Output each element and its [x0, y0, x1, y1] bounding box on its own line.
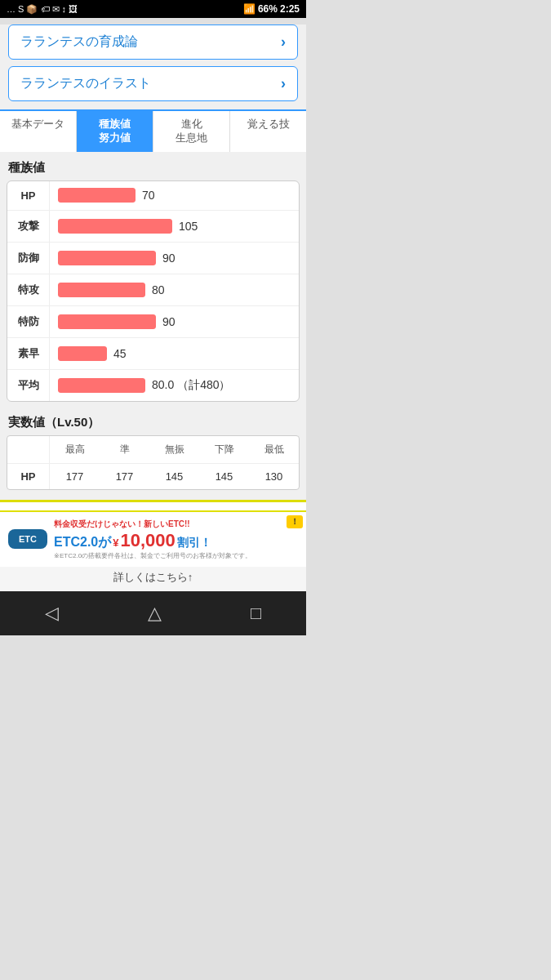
stat-bar-area-speed: 45 [50, 340, 299, 368]
stat-label-speed: 素早 [7, 338, 50, 369]
status-icons: … S 📦 🏷 ✉ ↕ 🖼 [7, 4, 78, 15]
arrow-icon: › [281, 33, 286, 51]
link-illust[interactable]: ラランテスのイラスト › [8, 66, 298, 101]
rv-header-no-effort: 無振 [149, 436, 199, 463]
stat-label-spatk: 特攻 [7, 274, 50, 305]
ad-sub-text: ※ETC2.0の搭載要件各社は、製金でご利用号のお客様が対象です。 [54, 551, 298, 560]
stat-value-defense: 90 [162, 252, 176, 265]
stat-bar-fill-attack [58, 219, 172, 234]
rv-hp-no-effort: 145 [149, 464, 199, 489]
nav-home-button[interactable]: △ [131, 599, 178, 627]
ad-main-line: ETC2.0が ¥ 10,000 割引！ [54, 530, 298, 551]
tab-moves[interactable]: 覚える技 [230, 111, 306, 152]
ad-banner[interactable]: ETC 料金収受だけじゃない！新しいETC!! ETC2.0が ¥ 10,000… [0, 510, 306, 567]
rv-header-empty [7, 436, 50, 463]
nav-recents-button[interactable]: □ [234, 599, 278, 627]
tab-bar: 基本データ 種族値努力値 進化生息地 覚える技 [0, 109, 306, 152]
stat-value-avg: 80.0 （計480） [152, 378, 231, 393]
ad-container[interactable]: ETC 料金収受だけじゃない！新しいETC!! ETC2.0が ¥ 10,000… [0, 500, 306, 591]
stat-bar-fill-defense [58, 251, 156, 265]
stat-bar-area-hp: 70 [50, 181, 299, 209]
stat-bar-area-spdef: 90 [50, 308, 299, 336]
stat-row-spdef: 特防 90 [7, 306, 299, 338]
stat-bar-bg-hp [58, 188, 136, 203]
real-values-table: 最高 準 無振 下降 最低 HP 177 177 145 145 130 [7, 435, 300, 490]
rv-header-row: 最高 準 無振 下降 最低 [7, 436, 299, 464]
stat-bar-bg-avg [58, 378, 145, 393]
link-training-label: ラランテスの育成論 [20, 33, 138, 51]
stat-bar-area-spatk: 80 [50, 276, 299, 304]
real-values-title: 実数値（Lv.50） [0, 410, 306, 435]
stat-value-speed: 45 [113, 347, 127, 360]
link-training[interactable]: ラランテスの育成論 › [8, 24, 298, 60]
stat-bar-area-defense: 90 [50, 244, 299, 272]
link-illust-label: ラランテスのイラスト [20, 75, 151, 92]
stat-bar-bg-spdef [58, 314, 156, 329]
ad-logo-text: ETC [19, 534, 37, 544]
stat-bar-bg-spatk [58, 283, 145, 297]
ad-discount-unit: 割引！ [177, 536, 211, 550]
stat-bar-bg-defense [58, 251, 156, 265]
rv-header-semi: 準 [100, 436, 149, 463]
stat-bar-fill-speed [58, 346, 107, 361]
rv-header-worst: 最低 [249, 436, 299, 463]
stat-bar-fill-spdef [58, 314, 156, 329]
stat-label-avg: 平均 [7, 370, 50, 401]
rv-label-hp: HP [7, 464, 50, 489]
battery-level: 66% [258, 3, 278, 15]
bottom-nav: ◁ △ □ [0, 591, 306, 635]
rv-hp-down: 145 [199, 464, 249, 489]
stat-value-attack: 105 [179, 220, 198, 233]
stat-bar-fill-avg [58, 378, 145, 393]
stats-table: HP 70 攻撃 105 防御 90 [7, 180, 300, 402]
stat-label-hp: HP [7, 181, 50, 210]
rv-hp-best: 177 [50, 464, 100, 489]
stats-section-title: 種族値 [0, 152, 306, 180]
nav-back-button[interactable]: ◁ [29, 599, 75, 627]
ad-yen: ¥ [113, 537, 118, 549]
ad-link-text[interactable]: 詳しくはこちら↑ [0, 567, 306, 591]
stat-bar-fill-hp [58, 188, 136, 203]
rv-hp-semi: 177 [100, 464, 149, 489]
stat-label-attack: 攻撃 [7, 211, 50, 242]
stat-bar-area-avg: 80.0 （計480） [50, 372, 299, 399]
real-values-section: 実数値（Lv.50） 最高 準 無振 下降 最低 HP 177 177 145 … [0, 410, 306, 490]
ad-top-text: 料金収受だけじゃない！新しいETC!! [54, 519, 298, 530]
status-right: 📶 66% 2:25 [243, 3, 300, 15]
rv-header-down: 下降 [199, 436, 249, 463]
rv-header-best: 最高 [50, 436, 100, 463]
tab-stats[interactable]: 種族値努力値 [77, 111, 153, 152]
stat-label-defense: 防御 [7, 243, 50, 274]
clock: 2:25 [280, 3, 300, 15]
ad-etc-logo: ETC [8, 529, 47, 549]
signal-icon: 📶 [243, 3, 256, 15]
status-left: … S 📦 🏷 ✉ ↕ 🖼 [7, 4, 78, 15]
stat-row-defense: 防御 90 [7, 243, 299, 274]
ad-main-text: ETC2.0が [54, 534, 111, 551]
stat-row-hp: HP 70 [7, 181, 299, 211]
stat-bar-fill-spatk [58, 283, 145, 297]
ad-text-area: 料金収受だけじゃない！新しいETC!! ETC2.0が ¥ 10,000 割引！… [54, 519, 298, 560]
stat-row-attack: 攻撃 105 [7, 211, 299, 243]
rv-row-hp: HP 177 177 145 145 130 [7, 464, 299, 489]
stat-row-avg: 平均 80.0 （計480） [7, 370, 299, 401]
stat-bar-area-attack: 105 [50, 212, 299, 240]
stat-value-spatk: 80 [152, 283, 165, 296]
stat-label-spdef: 特防 [7, 306, 50, 337]
stat-row-spatk: 特攻 80 [7, 274, 299, 306]
stat-row-speed: 素早 45 [7, 338, 299, 370]
stat-value-hp: 70 [142, 189, 155, 202]
tab-basic[interactable]: 基本データ [0, 111, 77, 152]
arrow-icon-2: › [281, 75, 286, 92]
stat-bar-bg-speed [58, 346, 107, 361]
stat-value-spdef: 90 [162, 315, 176, 328]
main-content: ラランテスの育成論 › ラランテスのイラスト › 基本データ 種族値努力値 進化… [0, 24, 306, 591]
rv-hp-worst: 130 [249, 464, 299, 489]
tab-evolution[interactable]: 進化生息地 [153, 111, 230, 152]
ad-warning-badge: ！ [287, 515, 303, 528]
ad-discount: 10,000 [120, 530, 175, 551]
status-bar: … S 📦 🏷 ✉ ↕ 🖼 📶 66% 2:25 [0, 0, 306, 18]
stat-bar-bg-attack [58, 219, 172, 234]
